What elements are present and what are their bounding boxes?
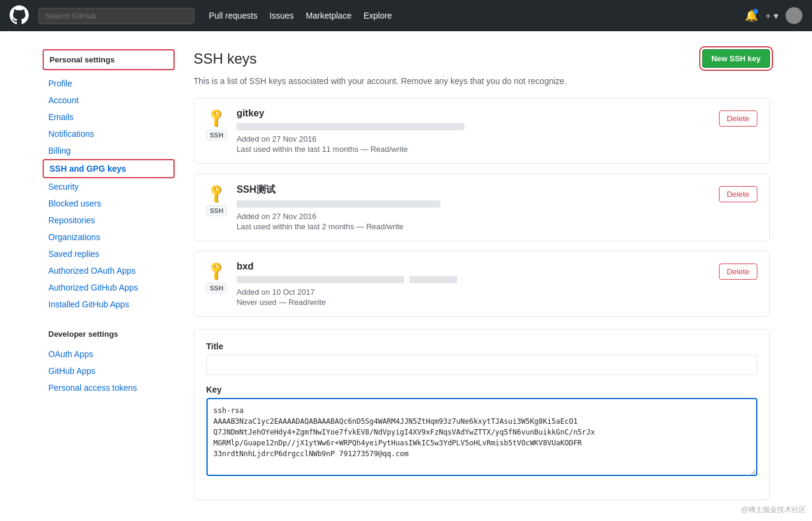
sidebar: Personal settings ProfileAccountEmailsNo… <box>43 49 175 500</box>
nav-marketplace[interactable]: Marketplace <box>305 11 351 20</box>
sidebar-item: Billing <box>43 142 175 159</box>
search-input[interactable] <box>38 8 194 24</box>
sidebar-item: Notifications <box>43 125 175 142</box>
key-name: gitkey <box>236 108 709 119</box>
key-last-used: Last used within the last 11 months — Re… <box>236 145 709 154</box>
ssh-key-card: 🔑 SSH gitkey Added on 27 Nov 2016 Last u… <box>194 98 770 164</box>
key-actions: Delete <box>719 184 757 202</box>
key-added: Added on 27 Nov 2016 <box>236 134 709 143</box>
sidebar-dev-nav-link[interactable]: OAuth Apps <box>43 346 175 363</box>
key-details: bxd Added on 10 Oct 2017 Never used — Re… <box>236 261 709 307</box>
sidebar-dev-item: Personal access tokens <box>43 379 175 396</box>
title-label: Title <box>206 342 757 351</box>
delete-button[interactable]: Delete <box>719 264 757 280</box>
nav-explore[interactable]: Explore <box>364 11 392 20</box>
personal-settings-title: Personal settings <box>43 49 175 70</box>
sidebar-nav-link[interactable]: Security <box>43 178 175 195</box>
ssh-keys-list: 🔑 SSH gitkey Added on 27 Nov 2016 Last u… <box>194 98 770 317</box>
sidebar-nav-link[interactable]: Account <box>43 92 175 109</box>
ssh-key-card: 🔑 SSH bxd Added on 10 Oct 2017 Never use… <box>194 251 770 317</box>
key-icon: 🔑 <box>205 260 227 282</box>
sidebar-item: Emails <box>43 109 175 125</box>
sidebar-item: SSH and GPG keys <box>43 159 175 178</box>
title-input[interactable] <box>206 355 757 375</box>
key-icon: 🔑 <box>205 107 227 129</box>
top-nav: Pull requests Issues Marketplace Explore… <box>0 0 812 31</box>
main-header: SSH keys New SSH key <box>194 49 770 68</box>
sidebar-dev-item: GitHub Apps <box>43 363 175 379</box>
key-form-group: Key <box>206 385 757 478</box>
sidebar-item: Authorized OAuth Apps <box>43 262 175 279</box>
sidebar-dev-nav: OAuth AppsGitHub AppsPersonal access tok… <box>43 346 175 396</box>
sidebar-item: Security <box>43 178 175 195</box>
page-title: SSH keys <box>194 50 257 67</box>
sidebar-nav-link[interactable]: Organizations <box>43 229 175 245</box>
nav-issues[interactable]: Issues <box>269 11 293 20</box>
key-details: gitkey Added on 27 Nov 2016 Last used wi… <box>236 108 709 154</box>
delete-button[interactable]: Delete <box>719 110 757 127</box>
title-form-group: Title <box>206 342 757 375</box>
sidebar-dev-nav-link[interactable]: GitHub Apps <box>43 363 175 379</box>
key-last-used: Last used within the last 2 months — Rea… <box>236 222 709 231</box>
sidebar-nav-link[interactable]: Installed GitHub Apps <box>43 296 175 313</box>
page-description: This is a list of SSH keys associated wi… <box>194 76 770 86</box>
ssh-badge: SSH <box>206 283 227 294</box>
sidebar-dev-item: OAuth Apps <box>43 346 175 363</box>
key-icon-area: 🔑 SSH <box>206 186 227 216</box>
key-fingerprint <box>236 121 709 131</box>
sidebar-nav-link[interactable]: Saved replies <box>43 245 175 262</box>
key-icon-area: 🔑 SSH <box>206 110 227 140</box>
sidebar-item: Account <box>43 92 175 109</box>
key-name: bxd <box>236 261 709 272</box>
nav-links: Pull requests Issues Marketplace Explore <box>209 11 392 20</box>
notification-dot <box>753 9 758 14</box>
plus-icon[interactable]: + ▾ <box>765 10 778 22</box>
sidebar-nav-link[interactable]: Authorized OAuth Apps <box>43 262 175 279</box>
delete-button[interactable]: Delete <box>719 186 757 202</box>
sidebar-item: Installed GitHub Apps <box>43 296 175 313</box>
sidebar-item: Profile <box>43 75 175 92</box>
sidebar-nav-link[interactable]: Repositories <box>43 212 175 229</box>
sidebar-nav: ProfileAccountEmailsNotificationsBilling… <box>43 75 175 313</box>
main-content: SSH keys New SSH key This is a list of S… <box>194 49 770 500</box>
ssh-key-card: 🔑 SSH SSH测试 Added on 27 Nov 2016 Last us… <box>194 173 770 241</box>
key-textarea[interactable] <box>206 398 757 476</box>
key-actions: Delete <box>719 261 757 280</box>
key-icon-area: 🔑 SSH <box>206 264 227 294</box>
key-added: Added on 10 Oct 2017 <box>236 288 709 297</box>
watermark: @稀土掘金技术社区 <box>741 505 806 515</box>
ssh-badge: SSH <box>206 205 227 216</box>
add-key-section: Title Key <box>194 329 770 500</box>
sidebar-nav-link[interactable]: Billing <box>43 142 175 159</box>
sidebar-item: Organizations <box>43 229 175 245</box>
key-added: Added on 27 Nov 2016 <box>236 212 709 221</box>
key-fingerprint <box>236 199 709 208</box>
ssh-badge: SSH <box>206 130 227 140</box>
user-avatar[interactable] <box>786 7 802 24</box>
key-details: SSH测试 Added on 27 Nov 2016 Last used wit… <box>236 184 709 231</box>
sidebar-nav-link[interactable]: Notifications <box>43 125 175 142</box>
key-label: Key <box>206 385 757 394</box>
key-fingerprint <box>236 274 709 284</box>
sidebar-item: Saved replies <box>43 245 175 262</box>
sidebar-nav-link[interactable]: Authorized GitHub Apps <box>43 279 175 296</box>
key-actions: Delete <box>719 108 757 127</box>
sidebar-nav-link[interactable]: Profile <box>43 75 175 92</box>
sidebar-nav-link[interactable]: Emails <box>43 109 175 125</box>
sidebar-nav-link[interactable]: Blocked users <box>43 195 175 212</box>
sidebar-item: Authorized GitHub Apps <box>43 279 175 296</box>
new-ssh-key-button[interactable]: New SSH key <box>702 49 769 68</box>
sidebar-item: Repositories <box>43 212 175 229</box>
sidebar-nav-link[interactable]: SSH and GPG keys <box>43 159 175 178</box>
nav-pull-requests[interactable]: Pull requests <box>209 11 257 20</box>
sidebar-item: Blocked users <box>43 195 175 212</box>
key-name: SSH测试 <box>236 184 709 196</box>
sidebar-dev-nav-link[interactable]: Personal access tokens <box>43 379 175 396</box>
notification-bell-icon[interactable]: 🔔 <box>745 9 758 22</box>
key-last-used: Never used — Read/write <box>236 298 709 307</box>
page-layout: Personal settings ProfileAccountEmailsNo… <box>28 31 784 518</box>
key-icon: 🔑 <box>205 182 227 205</box>
developer-settings-title: Developer settings <box>43 325 175 343</box>
nav-right-actions: 🔔 + ▾ <box>745 7 802 24</box>
github-logo-icon[interactable] <box>10 5 29 26</box>
